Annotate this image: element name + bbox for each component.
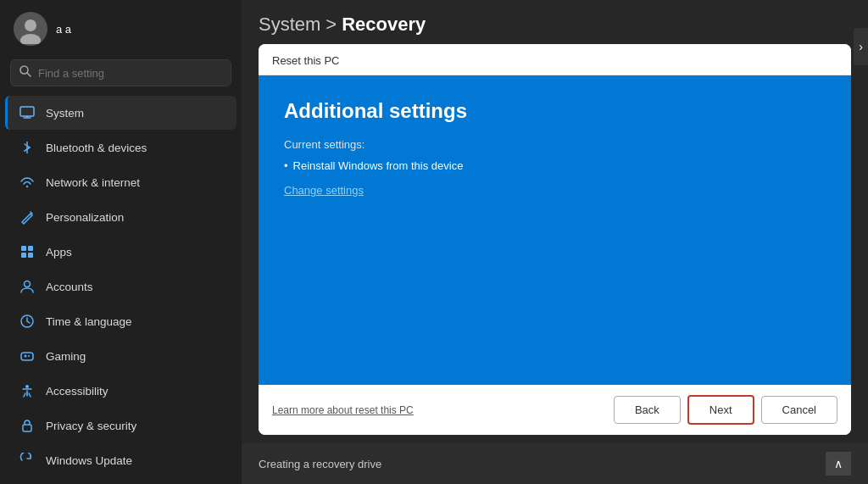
dialog-section-label: Current settings: [284, 138, 826, 151]
sidebar-item-gaming[interactable]: Gaming [5, 339, 236, 373]
personalization-icon [19, 209, 36, 225]
svg-point-14 [25, 281, 31, 287]
sidebar-item-label-time: Time & language [46, 315, 132, 328]
svg-rect-13 [28, 253, 33, 258]
user-name: a a [56, 23, 71, 36]
time-icon [19, 313, 36, 330]
sidebar-item-label-apps: Apps [46, 246, 72, 259]
svg-rect-21 [23, 425, 31, 431]
sidebar-item-privacy[interactable]: Privacy & security [5, 409, 236, 442]
search-box[interactable] [10, 59, 231, 86]
svg-point-1 [25, 19, 36, 31]
sidebar-item-bluetooth[interactable]: Bluetooth & devices [5, 131, 236, 164]
dialog-bullet-item: Reinstall Windows from this device [284, 159, 826, 172]
dialog: Reset this PC Additional settings Curren… [259, 44, 851, 435]
bluetooth-icon [19, 139, 36, 156]
back-button[interactable]: Back [614, 396, 681, 424]
apps-icon [19, 243, 36, 260]
sidebar-item-label-update: Windows Update [46, 454, 132, 467]
sidebar: a a System [0, 0, 242, 484]
cancel-button[interactable]: Cancel [761, 396, 837, 424]
svg-rect-12 [21, 253, 26, 258]
svg-point-19 [28, 355, 30, 357]
dialog-footer: Learn more about reset this PC Back Next… [259, 385, 851, 435]
svg-point-20 [25, 385, 29, 388]
sidebar-header: a a [0, 0, 242, 54]
recovery-drive-label[interactable]: Creating a recovery drive [259, 458, 381, 470]
page-header: System > Recovery › [242, 0, 868, 44]
svg-rect-11 [28, 246, 33, 251]
chevron-up-button[interactable]: ∧ [826, 452, 851, 476]
svg-rect-5 [20, 107, 34, 116]
search-input[interactable] [38, 67, 222, 80]
network-icon [19, 174, 36, 191]
svg-line-4 [27, 73, 31, 76]
sidebar-item-label-gaming: Gaming [46, 350, 86, 363]
sidebar-item-accessibility[interactable]: Accessibility [5, 374, 236, 408]
system-icon [19, 104, 36, 121]
sidebar-item-label-accounts: Accounts [46, 281, 93, 293]
search-icon [19, 65, 31, 81]
learn-more-link[interactable]: Learn more about reset this PC [272, 404, 607, 416]
sidebar-item-update[interactable]: Windows Update [5, 443, 236, 477]
sidebar-item-accounts[interactable]: Accounts [5, 270, 236, 303]
breadcrumb: System [259, 14, 320, 36]
sidebar-item-network[interactable]: Network & internet [5, 165, 236, 199]
sidebar-item-system[interactable]: System [5, 96, 236, 130]
sidebar-item-label-accessibility: Accessibility [46, 385, 108, 398]
bottom-strip: Creating a recovery drive ∧ [242, 443, 868, 484]
sidebar-item-label-personalization: Personalization [46, 211, 124, 224]
main-content: System > Recovery › Reset this PC Additi… [242, 0, 868, 484]
sidebar-item-apps[interactable]: Apps [5, 235, 236, 269]
sidebar-item-label-bluetooth: Bluetooth & devices [46, 142, 147, 154]
nav-items: System Bluetooth & devices Network & i [0, 95, 242, 484]
next-button[interactable]: Next [687, 395, 754, 425]
dialog-body: Additional settings Current settings: Re… [259, 75, 851, 385]
accounts-icon [19, 278, 36, 295]
avatar[interactable] [14, 12, 47, 46]
sidebar-item-label-network: Network & internet [46, 176, 140, 189]
dialog-title-label: Reset this PC [272, 54, 339, 67]
sidebar-item-label-system: System [46, 107, 84, 120]
content-area: Reset this PC Additional settings Curren… [242, 44, 868, 443]
accessibility-icon [19, 382, 36, 399]
sidebar-item-personalization[interactable]: Personalization [5, 200, 236, 234]
svg-rect-10 [21, 246, 26, 251]
change-settings-link[interactable]: Change settings [284, 184, 826, 197]
gaming-icon [19, 348, 36, 364]
sidebar-item-time[interactable]: Time & language [5, 304, 236, 338]
privacy-icon [19, 417, 36, 434]
svg-rect-16 [21, 353, 33, 360]
svg-point-9 [26, 186, 28, 187]
dialog-titlebar: Reset this PC [259, 44, 851, 75]
page-title: Recovery [342, 14, 426, 36]
update-icon [19, 452, 36, 469]
expand-panel-button[interactable]: › [854, 28, 868, 65]
breadcrumb-separator: > [326, 14, 337, 36]
dialog-heading: Additional settings [284, 99, 826, 123]
sidebar-item-label-privacy: Privacy & security [46, 420, 136, 432]
